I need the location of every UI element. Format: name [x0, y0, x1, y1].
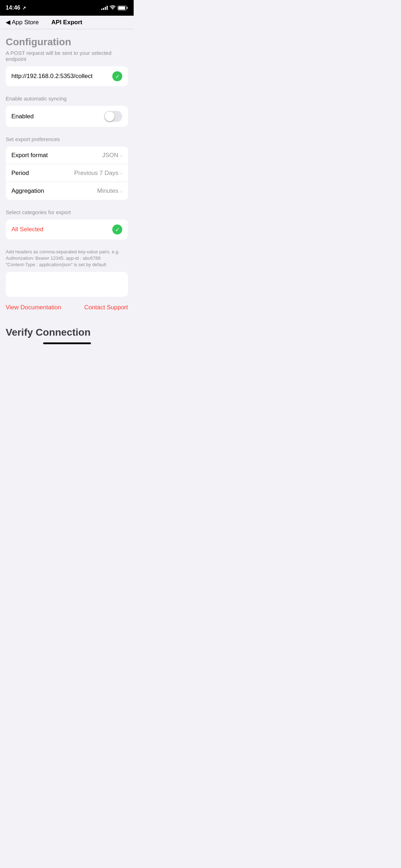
- page-title: API Export: [51, 19, 82, 26]
- endpoint-url: http://192.168.0.2:5353/collect: [11, 73, 93, 80]
- status-bar: 14:46 ↗: [0, 0, 134, 16]
- auto-sync-label: Enable automatic syncing: [6, 95, 128, 102]
- toggle-thumb: [105, 112, 114, 121]
- auto-sync-toggle[interactable]: [104, 111, 122, 122]
- configuration-description: A POST request will be sent to your sele…: [6, 50, 128, 62]
- configuration-section: Configuration A POST request will be sen…: [6, 36, 128, 314]
- export-format-label: Export format: [11, 152, 48, 159]
- all-selected-row: All Selected ✓: [6, 219, 128, 239]
- all-selected-check-icon: ✓: [112, 224, 122, 234]
- endpoint-row: http://192.168.0.2:5353/collect ✓: [6, 66, 128, 86]
- status-time: 14:46 ↗: [6, 5, 26, 11]
- export-prefs-card: Export format JSON › Period Previous 7 D…: [6, 146, 128, 200]
- period-value: Previous 7 Days: [74, 170, 118, 177]
- aggregation-value-container: Minutes ›: [97, 187, 122, 195]
- main-content: Configuration A POST request will be sen…: [0, 29, 134, 321]
- endpoint-valid-icon: ✓: [112, 71, 122, 81]
- home-indicator: [43, 342, 91, 344]
- categories-card[interactable]: All Selected ✓: [6, 219, 128, 239]
- verify-section: Verify Connection: [0, 321, 134, 338]
- export-format-row[interactable]: Export format JSON ›: [6, 146, 128, 164]
- export-format-value-container: JSON ›: [102, 152, 122, 159]
- toggle-row: Enabled: [6, 106, 128, 127]
- location-icon: ↗: [22, 5, 26, 11]
- categories-label: Select categories for export: [6, 209, 128, 215]
- toggle-card: Enabled: [6, 106, 128, 127]
- chevron-right-icon-3: ›: [120, 188, 122, 194]
- period-label: Period: [11, 170, 29, 177]
- signal-icon: [101, 6, 108, 10]
- status-icons: [101, 5, 127, 11]
- all-selected-label: All Selected: [11, 226, 43, 233]
- toggle-label: Enabled: [11, 113, 34, 120]
- aggregation-row[interactable]: Aggregation Minutes ›: [6, 182, 128, 200]
- back-label: App Store: [12, 19, 39, 26]
- battery-icon: [118, 6, 127, 10]
- view-documentation-link[interactable]: View Documentation: [6, 304, 61, 311]
- chevron-right-icon: ›: [120, 152, 122, 158]
- chevron-right-icon-2: ›: [120, 170, 122, 176]
- headers-description: Add headers as comma-separated key-value…: [6, 249, 128, 268]
- export-prefs-label: Set export preferences: [6, 136, 128, 142]
- nav-bar: ◀ App Store API Export: [0, 16, 134, 29]
- aggregation-value: Minutes: [97, 187, 118, 195]
- bottom-links: View Documentation Contact Support: [6, 298, 128, 314]
- back-button[interactable]: ◀ App Store: [6, 19, 39, 26]
- configuration-title: Configuration: [6, 36, 128, 48]
- contact-support-link[interactable]: Contact Support: [84, 304, 128, 311]
- chevron-left-icon: ◀: [6, 19, 10, 26]
- verify-title: Verify Connection: [6, 327, 128, 338]
- aggregation-label: Aggregation: [11, 187, 44, 195]
- period-row[interactable]: Period Previous 7 Days ›: [6, 164, 128, 182]
- headers-input[interactable]: [6, 272, 128, 297]
- wifi-icon: [110, 5, 115, 11]
- endpoint-card[interactable]: http://192.168.0.2:5353/collect ✓: [6, 66, 128, 86]
- export-format-value: JSON: [102, 152, 118, 159]
- period-value-container: Previous 7 Days ›: [74, 170, 122, 177]
